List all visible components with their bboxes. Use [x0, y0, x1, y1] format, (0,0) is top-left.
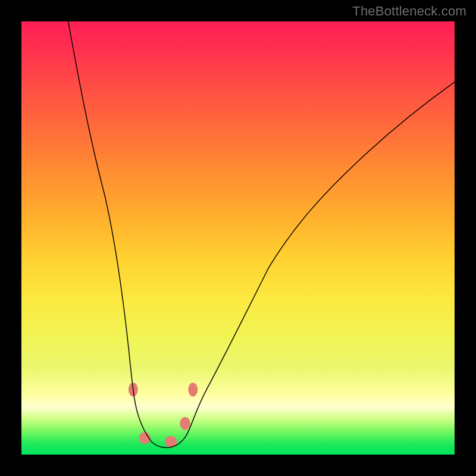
plot-area [21, 21, 455, 455]
curve-right-branch [166, 82, 455, 447]
bottleneck-curve [21, 21, 455, 455]
watermark-label: TheBottleneck.com [352, 4, 466, 19]
marker-icon [188, 383, 198, 396]
curve-left-branch [68, 21, 167, 447]
marker-icon [180, 417, 190, 430]
chart-stage: TheBottleneck.com [0, 0, 476, 476]
valley-markers [129, 383, 198, 447]
